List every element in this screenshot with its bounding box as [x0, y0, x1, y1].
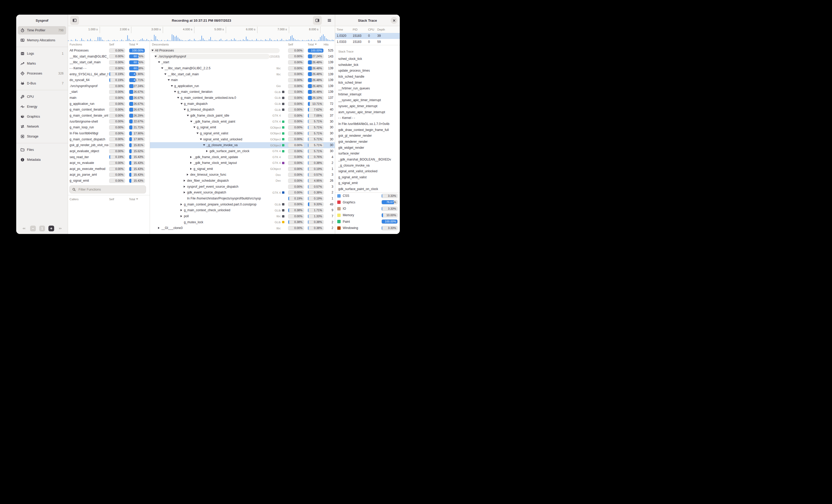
- descendants-column-header[interactable]: Descendants: [152, 41, 169, 48]
- expander-open-icon[interactable]: [193, 127, 196, 128]
- expander-closed-icon[interactable]: [190, 162, 192, 164]
- samples-header-depth[interactable]: Depth: [377, 26, 385, 33]
- expander-open-icon[interactable]: [174, 91, 176, 92]
- descendant-row[interactable]: g_signal_emit_valistGObject0.00%5.71%5.7…: [150, 131, 335, 136]
- stack-frame[interactable]: signal_emit_valist_unlocked: [335, 168, 400, 174]
- end-panel-toggle-button[interactable]: [313, 16, 322, 25]
- stack-frame[interactable]: In File /usr/lib64/libGL.so.1.7.0+0x4b: [335, 121, 400, 127]
- function-row[interactable]: seq_read_iter0.19%15.43%15.43%: [68, 154, 150, 160]
- stack-frame[interactable]: tick_sched_handle: [335, 74, 400, 80]
- expander-open-icon[interactable]: [187, 115, 189, 116]
- descendants-total-header[interactable]: Total: [308, 41, 317, 48]
- expander-open-icon[interactable]: [200, 139, 202, 140]
- expander-open-icon[interactable]: [155, 56, 157, 57]
- samples-header-time[interactable]: Time: [337, 26, 343, 33]
- function-row[interactable]: acpi_ns_evaluate0.00%15.43%15.43%: [68, 160, 150, 166]
- expander-closed-icon[interactable]: [187, 174, 188, 176]
- descendant-row[interactable]: g_mutex_lockGLib0.38%0.38%0.38%2: [150, 219, 335, 225]
- expander-open-icon[interactable]: [168, 79, 170, 81]
- descendant-row[interactable]: g_application_runGio0.00%26.48%26.48%139: [150, 83, 335, 89]
- descendant-row[interactable]: g_signal_emitGObject0.00%5.71%5.71%30: [150, 124, 335, 131]
- function-row[interactable]: __libc_start_call_main0.00%60.76%60.76%: [68, 59, 150, 65]
- stack-frame[interactable]: sched_clock_tick: [335, 56, 400, 62]
- expander-open-icon[interactable]: [161, 67, 163, 69]
- sidebar-item-memory-allocations[interactable]: Memory Allocations: [18, 36, 66, 45]
- stack-frame[interactable]: surface_render: [335, 150, 400, 157]
- stack-frame[interactable]: gdk_draw_context_begin_frame_full: [335, 127, 400, 133]
- callers-total-header[interactable]: Total: [129, 196, 138, 202]
- expander-open-icon[interactable]: [158, 61, 160, 63]
- descendant-row[interactable]: __libc_start_main@GLIBC_2.2.5libc0.00%26…: [150, 65, 335, 72]
- function-row[interactable]: g_application_run0.00%26.67%26.67%: [68, 101, 150, 107]
- descendant-row[interactable]: dex_timeout_source_funcDex0.00%0.57%0.57…: [150, 172, 335, 178]
- expander-open-icon[interactable]: [197, 133, 199, 134]
- sidebar-item-marks[interactable]: Marks: [18, 59, 66, 68]
- sidebar-item-files[interactable]: Files: [18, 146, 66, 154]
- stack-frame[interactable]: scheduler_tick: [335, 62, 400, 68]
- functions-column-header[interactable]: Functions: [70, 41, 82, 48]
- function-row[interactable]: /usr/bin/gnome-shell0.00%22.67%22.67%: [68, 119, 150, 125]
- function-row[interactable]: g_main_context_dispatch0.00%17.90%17.90%: [68, 136, 150, 142]
- callers-column-header[interactable]: Callers: [70, 196, 78, 202]
- sidebar-item-cpu[interactable]: CPU: [18, 92, 66, 101]
- stack-frame[interactable]: gsk_gl_renderer_render: [335, 133, 400, 139]
- functions-self-header[interactable]: Self: [109, 41, 114, 48]
- descendant-row[interactable]: g_main_context_iterationGLib0.00%26.48%2…: [150, 89, 335, 95]
- stack-frame[interactable]: update_process_times: [335, 68, 400, 74]
- function-row[interactable]: g_main_context_iterate_unlocked.isra.00.…: [68, 113, 150, 119]
- stack-frame[interactable]: tick_sched_timer: [335, 80, 400, 86]
- expander-closed-icon[interactable]: [181, 215, 182, 217]
- descendant-row[interactable]: gdk_frame_clock_paint_idleGTK 40.00%7.05…: [150, 113, 335, 119]
- stack-frame[interactable]: __sysvec_apic_timer_interrupt: [335, 97, 400, 103]
- descendant-row[interactable]: _gdk_frame_clock_emit_paintGTK 40.00%5.7…: [150, 119, 335, 125]
- descendant-row[interactable]: __GI___clone3libc0.00%0.38%0.38%2: [150, 225, 335, 231]
- callers-list[interactable]: [68, 202, 150, 234]
- expander-closed-icon[interactable]: [184, 191, 185, 193]
- descendants-self-header[interactable]: Self: [288, 41, 293, 48]
- expander-open-icon[interactable]: [177, 97, 179, 99]
- stack-frame[interactable]: hrtimer_interrupt: [335, 91, 400, 97]
- sidebar-item-network[interactable]: Network: [18, 122, 66, 131]
- expander-open-icon[interactable]: [171, 85, 173, 87]
- sample-row[interactable]: 1.033315183059: [335, 39, 400, 45]
- function-row[interactable]: _start0.00%26.67%26.67%: [68, 89, 150, 95]
- stack-frame[interactable]: sysvec_apic_timer_interrupt: [335, 103, 400, 109]
- descendant-row[interactable]: _g_closure_invoke_vaGObject0.00%5.71%5.7…: [150, 142, 335, 148]
- sidebar-item-energy[interactable]: Energy: [18, 103, 66, 111]
- menu-button[interactable]: [325, 16, 334, 25]
- function-row[interactable]: do_syscall_640.19%41.71%41.71%: [68, 77, 150, 83]
- expander-open-icon[interactable]: [152, 50, 154, 51]
- sample-row[interactable]: 1.032015183039: [335, 33, 400, 39]
- function-row[interactable]: ./src/sysprof/sysprof0.00%27.24%27.24%: [68, 83, 150, 89]
- function-row[interactable]: g_main_loop_run0.00%21.71%21.71%: [68, 124, 150, 131]
- sidebar-item-graphics[interactable]: Graphics: [18, 112, 66, 121]
- descendant-row[interactable]: signal_emit_valist_unlockedGObject0.00%5…: [150, 136, 335, 142]
- function-row[interactable]: In File /usr/lib64/libgl0.00%17.90%17.90…: [68, 131, 150, 136]
- expander-closed-icon[interactable]: [181, 203, 182, 205]
- descendant-row[interactable]: g_timeout_dispatchGLib0.00%7.62%7.62%40: [150, 107, 335, 113]
- stack-frame[interactable]: - - Kernel - -: [335, 115, 400, 121]
- zoom-in-button[interactable]: [48, 226, 54, 231]
- function-row[interactable]: gsk_gl_render_job_visit_node0.00%15.81%1…: [68, 142, 150, 148]
- function-row[interactable]: main0.00%26.67%26.67%: [68, 95, 150, 101]
- descendant-row[interactable]: dex_fiber_scheduler_dispatchDex0.00%4.95…: [150, 178, 335, 184]
- descendant-row[interactable]: main0.00%26.48%26.48%139: [150, 77, 335, 83]
- expander-open-icon[interactable]: [190, 121, 192, 122]
- expander-open-icon[interactable]: [184, 109, 186, 110]
- stack-frame[interactable]: gtk_widget_render: [335, 145, 400, 151]
- seek-forward-button[interactable]: [57, 226, 63, 231]
- expander-open-icon[interactable]: [203, 144, 205, 146]
- descendant-row[interactable]: g_main_dispatchGLib0.00%13.71%13.71%72: [150, 101, 335, 107]
- function-row[interactable]: __libc_start_main@GLIBC_2.2.50.00%60.76%…: [68, 54, 150, 60]
- descendant-row[interactable]: All Processes0.00%100.00%100.00%525: [150, 48, 335, 54]
- expander-closed-icon[interactable]: [184, 186, 185, 188]
- expander-open-icon[interactable]: [181, 103, 183, 105]
- expander-open-icon[interactable]: [164, 74, 166, 75]
- expander-closed-icon[interactable]: [158, 227, 160, 229]
- functions-list[interactable]: All Processes0.00%100.00%100.00%__libc_s…: [68, 48, 150, 184]
- sidebar-item-time-profiler[interactable]: Time Profiler798: [18, 26, 66, 34]
- descendant-row[interactable]: In File /home/christian/Projects/sysprof…: [150, 196, 335, 201]
- expander-closed-icon[interactable]: [206, 150, 208, 152]
- sidebar-item-storage[interactable]: Storage: [18, 132, 66, 141]
- callers-self-header[interactable]: Self: [109, 196, 114, 202]
